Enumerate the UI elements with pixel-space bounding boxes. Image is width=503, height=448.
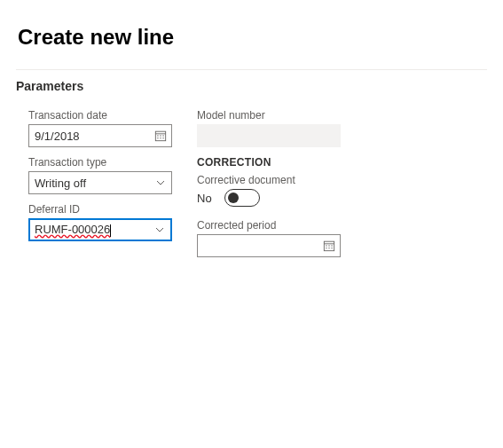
right-column: Model number CORRECTION Corrective docum…: [197, 109, 357, 266]
corrective-document-value: No: [197, 192, 212, 205]
deferral-id-select-wrap: RUMF-000026: [28, 218, 172, 241]
model-number-input-wrap: [197, 124, 341, 147]
transaction-date-input-wrap: [28, 124, 172, 147]
corrective-document-toggle[interactable]: [224, 189, 260, 207]
section-divider: [16, 69, 487, 70]
corrected-period-label: Corrected period: [197, 219, 357, 232]
model-number-input[interactable]: [197, 124, 341, 147]
corrected-period-group: Corrected period: [197, 219, 357, 257]
text-caret: [110, 224, 111, 237]
transaction-type-select-wrap: [28, 171, 172, 194]
calendar-icon[interactable]: [318, 235, 340, 256]
transaction-date-group: Transaction date: [28, 109, 172, 147]
deferral-id-label: Deferral ID: [28, 203, 172, 216]
corrected-period-input-wrap: [197, 234, 341, 257]
model-number-label: Model number: [197, 109, 357, 122]
transaction-type-label: Transaction type: [28, 156, 172, 169]
parameters-section-header[interactable]: Parameters: [16, 79, 487, 93]
corrective-document-label: Corrective document: [197, 174, 357, 186]
left-column: Transaction date: [28, 109, 172, 266]
chevron-down-icon[interactable]: [150, 172, 171, 193]
transaction-type-group: Transaction type: [28, 156, 172, 194]
deferral-id-value: RUMF-000026: [35, 223, 110, 236]
toggle-knob: [228, 193, 239, 203]
deferral-id-group: Deferral ID RUMF-000026: [28, 203, 172, 241]
corrective-document-group: Corrective document No: [197, 174, 357, 207]
model-number-group: Model number: [197, 109, 357, 147]
correction-heading: CORRECTION: [197, 156, 357, 169]
calendar-icon[interactable]: [150, 125, 171, 146]
page-title: Create new line: [16, 25, 487, 50]
parameters-form: Transaction date: [16, 109, 487, 266]
transaction-date-label: Transaction date: [28, 109, 172, 122]
chevron-down-icon[interactable]: [149, 220, 170, 240]
corrective-document-toggle-row: No: [197, 189, 357, 207]
